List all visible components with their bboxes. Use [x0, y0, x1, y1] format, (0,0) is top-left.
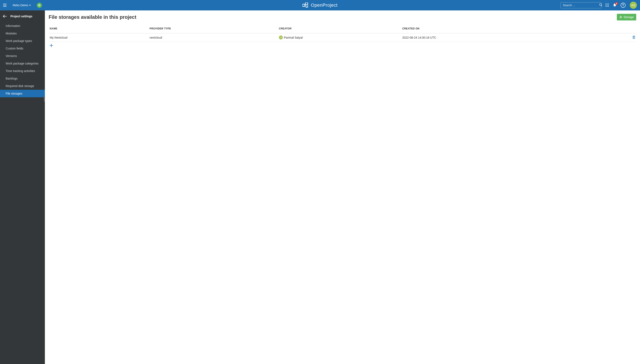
delete-icon[interactable] [632, 36, 635, 39]
cell-provider: nextcloud [148, 34, 278, 42]
add-storage-button[interactable]: Storage [617, 14, 636, 20]
sidebar-item-modules[interactable]: Modules [0, 30, 45, 37]
page-title: File storages available in this project [49, 14, 136, 20]
sidebar-item-work-package-types[interactable]: Work package types [0, 37, 45, 45]
main-content: File storages available in this project … [45, 10, 640, 364]
svg-point-2 [600, 4, 602, 6]
notification-badge: 6 [615, 2, 618, 5]
header-right: 6 PS [560, 2, 637, 9]
svg-rect-0 [302, 4, 305, 6]
sidebar-resize-handle[interactable] [44, 96, 45, 102]
project-selector[interactable]: Reko Demo [10, 4, 31, 7]
user-avatar[interactable]: PS [630, 2, 637, 9]
svg-rect-3 [606, 4, 606, 4]
storage-button-label: Storage [624, 16, 634, 19]
cell-creator: PSParimal Satyal [278, 34, 401, 42]
svg-rect-11 [608, 6, 609, 7]
top-header: Reko Demo OpenProject 6 [0, 0, 640, 10]
svg-rect-4 [607, 4, 608, 4]
svg-rect-8 [608, 5, 609, 6]
help-icon[interactable] [620, 3, 626, 8]
storages-table: NAME PROVIDER TYPE CREATOR CREATED ON My… [49, 27, 636, 42]
col-name[interactable]: NAME [49, 27, 148, 34]
sidebar-item-information[interactable]: Information [0, 22, 45, 30]
svg-rect-7 [607, 5, 608, 6]
svg-rect-9 [606, 6, 606, 7]
svg-rect-6 [606, 5, 606, 6]
logo-text: OpenProject [311, 2, 338, 8]
back-arrow-icon[interactable] [3, 15, 7, 18]
sidebar-header: Project settings [0, 10, 45, 22]
caret-down-icon [29, 5, 31, 6]
sidebar-item-time-tracking-activities[interactable]: Time tracking activities [0, 67, 45, 75]
svg-point-13 [623, 6, 623, 7]
search-icon[interactable] [599, 3, 602, 7]
search-box[interactable] [560, 2, 602, 8]
sidebar-title: Project settings [10, 14, 32, 18]
apps-icon[interactable] [606, 4, 609, 7]
search-input[interactable] [563, 4, 599, 7]
creator-name: Parimal Satyal [284, 36, 303, 39]
cell-created-on: 2022-08-24 14:00:16 UTC [401, 34, 613, 42]
cell-name: My Nextcloud [49, 34, 148, 42]
creator-avatar: PS [279, 36, 283, 40]
quick-add-button[interactable] [37, 3, 42, 8]
add-row-icon[interactable] [49, 42, 54, 49]
hamburger-menu-icon[interactable] [3, 4, 6, 7]
sidebar-item-required-disk-storage[interactable]: Required disk storage [0, 82, 45, 90]
project-name: Reko Demo [13, 4, 28, 7]
col-creator[interactable]: CREATOR [278, 27, 401, 34]
col-provider[interactable]: PROVIDER TYPE [148, 27, 278, 34]
sidebar-item-file-storages[interactable]: File storages [0, 90, 45, 97]
sidebar-item-work-package-categories[interactable]: Work package categories [0, 60, 45, 67]
sidebar-item-custom-fields[interactable]: Custom fields [0, 45, 45, 52]
svg-rect-5 [608, 4, 609, 4]
sidebar-item-backlogs[interactable]: Backlogs [0, 75, 45, 82]
openproject-logo-icon [302, 2, 309, 8]
logo[interactable]: OpenProject [302, 2, 338, 8]
svg-rect-1 [306, 2, 308, 5]
content-header: File storages available in this project … [49, 14, 636, 20]
svg-rect-10 [607, 6, 608, 7]
plus-icon [619, 16, 622, 18]
notifications-icon[interactable]: 6 [613, 3, 616, 7]
table-row[interactable]: My NextcloudnextcloudPSParimal Satyal202… [49, 34, 636, 42]
sidebar: Project settings InformationModulesWork … [0, 10, 45, 364]
sidebar-item-versions[interactable]: Versions [0, 52, 45, 60]
col-created-on[interactable]: CREATED ON [401, 27, 613, 34]
